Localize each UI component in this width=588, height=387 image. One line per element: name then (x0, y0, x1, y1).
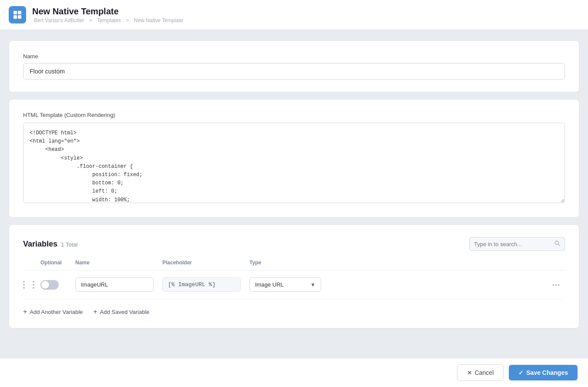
col-optional: Optional (40, 260, 75, 266)
table-header: Optional Name Placeholder Type (23, 260, 565, 270)
name-input[interactable] (23, 63, 565, 80)
cancel-button[interactable]: ✕ Cancel (457, 364, 504, 381)
variables-count: 1 Total (61, 241, 77, 248)
app-logo (9, 6, 26, 23)
drag-dots (23, 281, 40, 289)
table-row: [% ImageURL %] Image URL ▼ ⋯ (23, 270, 565, 299)
variables-card: Variables 1 Total Optional Name Placehol… (9, 224, 579, 328)
html-template-card: HTML Template (Custom Rendering) (9, 99, 579, 217)
html-template-label: HTML Template (Custom Rendering) (23, 112, 565, 118)
breadcrumb-sep1: > (89, 17, 94, 23)
col-type: Type (249, 260, 336, 266)
breadcrumb-current: New Native Template (134, 17, 183, 23)
header-text: New Native Template Bert Varias's AdButl… (32, 7, 185, 23)
variables-search-input[interactable] (474, 241, 551, 247)
name-label: Name (23, 53, 565, 60)
var-name-wrapper (75, 277, 162, 292)
var-type-value: Image URL (255, 281, 284, 288)
svg-point-4 (555, 241, 558, 244)
cancel-label: Cancel (475, 369, 494, 376)
breadcrumb: Bert Varias's AdButler > Templates > New… (32, 17, 185, 23)
var-type-wrapper: Image URL ▼ (249, 277, 336, 292)
breadcrumb-sep2: > (126, 17, 130, 23)
toggle-knob (41, 281, 49, 289)
svg-rect-2 (13, 15, 17, 19)
svg-rect-3 (18, 15, 21, 19)
breadcrumb-root: Bert Varias's AdButler (34, 17, 84, 23)
variables-title: Variables (23, 240, 57, 249)
chevron-down-icon: ▼ (310, 282, 316, 288)
add-another-variable-label: Add Another Variable (30, 309, 83, 315)
add-another-variable-button[interactable]: + Add Another Variable (23, 308, 83, 316)
variables-title-area: Variables 1 Total (23, 240, 77, 249)
row-more-options[interactable]: ⋯ (548, 280, 565, 290)
plus-icon-2: + (93, 308, 97, 316)
svg-rect-1 (18, 11, 21, 14)
main-content: Name HTML Template (Custom Rendering) Va… (0, 30, 588, 339)
drag-dot (23, 287, 25, 289)
save-icon: ✓ (518, 369, 524, 376)
svg-line-5 (558, 244, 560, 246)
drag-dot (33, 284, 34, 286)
optional-toggle[interactable] (40, 280, 59, 290)
name-card: Name (9, 40, 579, 92)
var-name-input[interactable] (75, 277, 154, 292)
add-variable-row: + Add Another Variable + Add Saved Varia… (23, 308, 565, 316)
html-template-editor[interactable] (23, 123, 565, 203)
drag-dot (23, 284, 25, 286)
var-type-select[interactable]: Image URL ▼ (249, 277, 321, 292)
header: New Native Template Bert Varias's AdButl… (0, 0, 588, 30)
col-name: Name (75, 260, 162, 266)
optional-toggle-wrapper (40, 280, 75, 290)
variables-search-box[interactable] (469, 237, 565, 251)
drag-dot (33, 281, 34, 283)
breadcrumb-section: Templates (97, 17, 121, 23)
cancel-icon: ✕ (467, 369, 472, 376)
drag-handle[interactable] (23, 281, 40, 289)
variables-header: Variables 1 Total (23, 237, 565, 251)
svg-rect-0 (13, 11, 17, 14)
search-icon (554, 240, 560, 248)
drag-dot (23, 281, 25, 283)
var-placeholder-display: [% ImageURL %] (162, 277, 241, 292)
plus-icon: + (23, 308, 27, 316)
drag-dot (33, 287, 34, 289)
save-label: Save Changes (526, 369, 568, 376)
save-changes-button[interactable]: ✓ Save Changes (509, 365, 578, 380)
col-placeholder: Placeholder (162, 260, 249, 266)
add-saved-variable-button[interactable]: + Add Saved Variable (93, 308, 149, 316)
logo-icon (13, 10, 22, 20)
add-saved-variable-label: Add Saved Variable (100, 309, 150, 315)
var-placeholder-wrapper: [% ImageURL %] (162, 277, 249, 292)
page-title: New Native Template (32, 7, 185, 17)
footer: ✕ Cancel ✓ Save Changes (0, 358, 588, 387)
